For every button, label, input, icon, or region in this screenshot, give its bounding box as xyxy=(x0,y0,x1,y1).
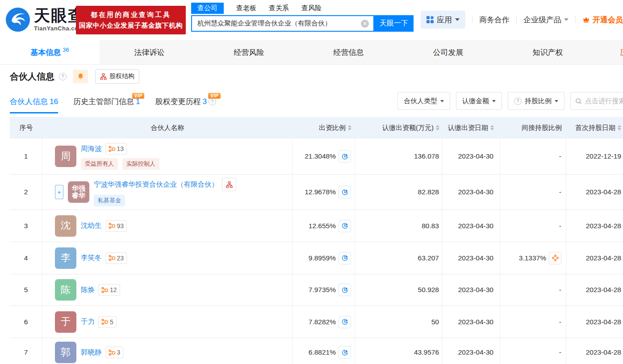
first-hold-date-cell: 2023-04-28 xyxy=(566,274,623,305)
sort-icon[interactable] xyxy=(436,125,439,130)
equity-structure-button[interactable]: 股权结构 xyxy=(95,69,139,84)
partner-tag[interactable]: 受益所有人 xyxy=(81,158,118,170)
related-companies-badge[interactable]: 93 xyxy=(105,220,127,232)
business-cooperation-link[interactable]: 商务合作 xyxy=(479,15,510,25)
partner-name-link[interactable]: 陈焕 xyxy=(81,285,95,295)
company-tab[interactable]: 公司发展 xyxy=(398,40,498,64)
company-tab[interactable]: 基本信息 36 xyxy=(0,40,100,64)
avatar[interactable]: 李 xyxy=(55,247,76,269)
pie-chart-button[interactable] xyxy=(339,284,351,296)
ratio-cell: 21.3048% xyxy=(293,138,355,174)
search-box: 杭州慧众聚能企业管理合伙企业（有限合伙） ✕ 天眼一下 xyxy=(191,15,414,32)
filter-dropdown[interactable]: 认缴金额 xyxy=(456,92,502,110)
org-chart-icon xyxy=(100,73,107,80)
amount-cell: 82.828 xyxy=(355,175,442,209)
clear-search-icon[interactable]: ✕ xyxy=(361,20,369,28)
avatar[interactable]: 陈 xyxy=(55,279,76,301)
chevron-down-icon xyxy=(440,100,444,102)
search-button[interactable]: 天眼一下 xyxy=(374,15,414,32)
divider xyxy=(516,16,517,23)
related-companies-badge[interactable]: 23 xyxy=(105,252,127,264)
partner-tag[interactable]: 实际控制人 xyxy=(122,158,159,170)
partner-name-cell: 沈 沈幼生 93 xyxy=(42,210,293,242)
help-icon[interactable]: ? xyxy=(209,98,216,105)
ratio-cell: 12.655% xyxy=(293,210,355,242)
subscribe-bell-button[interactable] xyxy=(73,70,88,83)
sort-icon[interactable] xyxy=(618,125,621,130)
expand-button[interactable]: + xyxy=(55,185,63,199)
related-companies-badge[interactable]: 3 xyxy=(105,347,124,358)
filter-dropdown[interactable]: 合伙人类型 xyxy=(397,92,450,110)
related-companies-badge[interactable]: 13 xyxy=(105,143,127,155)
avatar[interactable]: 于 xyxy=(55,311,76,333)
subtab[interactable]: 历史主管部门信息 1 VIP xyxy=(73,96,140,113)
avatar[interactable]: 郭 xyxy=(55,342,76,363)
first-hold-date-cell: 2023-04-28 xyxy=(566,210,623,242)
subtab[interactable]: 合伙人信息 16 xyxy=(10,96,58,113)
partner-name-cell: 周 周海波 13 xyxy=(42,138,293,174)
partner-name-link[interactable]: 于力 xyxy=(81,317,95,326)
equity-penetration-button[interactable] xyxy=(549,252,561,264)
tab-label: 知识产权 xyxy=(533,47,563,58)
search-block: 查公司查老板查关系查风险 杭州慧众聚能企业管理合伙企业（有限合伙） ✕ 天眼一下 xyxy=(191,2,414,32)
search-input[interactable]: 杭州慧众聚能企业管理合伙企业（有限合伙） ✕ xyxy=(191,15,374,32)
sort-icon[interactable] xyxy=(490,125,494,130)
pie-chart-button[interactable] xyxy=(339,220,351,232)
ratio-value: 7.8282% xyxy=(309,318,336,326)
table-row: 2 + 华强睿华 宁波华强睿华投资合伙企业（有限合伙） xyxy=(10,175,623,210)
company-tab[interactable]: 经营信息 xyxy=(299,40,398,64)
pie-chart-button[interactable] xyxy=(339,150,351,163)
pie-chart-button[interactable] xyxy=(339,346,351,359)
related-companies-badge[interactable]: 5 xyxy=(98,316,117,328)
company-tab-bar: 基本信息 36 法律诉讼 经营风险 经营信息 公司发展 知识产权 历史信息 xyxy=(0,40,623,65)
search-scope-tab[interactable]: 查风险 xyxy=(301,4,322,13)
pie-chart-button[interactable] xyxy=(339,316,351,328)
open-vip-link[interactable]: 开通会员 xyxy=(582,15,623,25)
search-scope-tab[interactable]: 查公司 xyxy=(191,3,224,14)
company-tab[interactable]: 经营风险 xyxy=(199,40,299,64)
apps-grid-icon xyxy=(426,16,434,23)
subscribe-date-cell: 2023-04-30 xyxy=(442,338,500,364)
table-search-input[interactable]: 点击进行搜索 xyxy=(570,92,623,110)
indirect-ratio-value: - xyxy=(559,222,561,230)
column-header-label: 序号 xyxy=(20,124,33,132)
partner-name-link[interactable]: 周海波 xyxy=(81,144,102,154)
enterprise-products-link[interactable]: 企业级产品 xyxy=(523,15,569,25)
partner-name-link[interactable]: 郭晓静 xyxy=(81,348,102,357)
search-scope-tab[interactable]: 查老板 xyxy=(236,4,256,13)
company-tab[interactable]: 历史信息 xyxy=(598,40,623,64)
pie-chart-button[interactable] xyxy=(339,252,351,264)
apps-menu-button[interactable]: 应用 xyxy=(421,11,465,29)
amount-cell: 43.9576 xyxy=(355,338,442,364)
related-companies-badge[interactable]: 12 xyxy=(98,284,120,296)
indirect-ratio-cell: - xyxy=(500,175,566,209)
first-hold-date-cell: 2023-04-28 xyxy=(566,306,623,338)
sort-icon[interactable] xyxy=(348,125,351,130)
partner-tag[interactable]: 私募基金 xyxy=(94,195,125,206)
tianyancha-logo[interactable]: 天眼查 TianYanCha.com xyxy=(5,7,85,32)
equity-structure-icon-button[interactable] xyxy=(222,178,236,191)
table-row: 6 于 于力 5 xyxy=(10,306,623,338)
partner-name-link[interactable]: 李笑冬 xyxy=(81,253,102,263)
promo-line2: 国家中小企业发展子基金旗下机构 xyxy=(79,21,183,30)
company-tab[interactable]: 法律诉讼 xyxy=(100,40,199,64)
column-header-label: 认缴出资日期 xyxy=(448,124,488,132)
filter-dropdown[interactable]: ? 持股比例 xyxy=(508,92,564,110)
pie-chart-button[interactable] xyxy=(339,186,351,198)
avatar[interactable]: 华强睿华 xyxy=(68,181,89,203)
partner-name-link[interactable]: 宁波华强睿华投资合伙企业（有限合伙） xyxy=(94,180,218,189)
search-scope-tab[interactable]: 查关系 xyxy=(269,4,289,13)
avatar[interactable]: 沈 xyxy=(55,215,76,237)
partner-name-link[interactable]: 沈幼生 xyxy=(81,221,102,230)
company-tab[interactable]: 知识产权 xyxy=(498,40,598,64)
search-input-value: 杭州慧众聚能企业管理合伙企业（有限合伙） xyxy=(192,19,361,28)
column-header-label: 首次持股日期 xyxy=(575,124,615,132)
partner-tags: 受益所有人实际控制人 xyxy=(81,158,159,170)
header-nav: 应用 商务合作 企业级产品 开通会员 xyxy=(421,10,623,29)
subtab[interactable]: 股权变更历程 3 ? VIP xyxy=(155,96,216,113)
divider xyxy=(472,16,472,23)
avatar[interactable]: 周 xyxy=(55,146,76,167)
table-row: 4 李 李笑冬 2 xyxy=(10,242,623,274)
ratio-cell: 12.9678% xyxy=(293,175,355,209)
help-icon[interactable]: ? xyxy=(59,73,67,80)
